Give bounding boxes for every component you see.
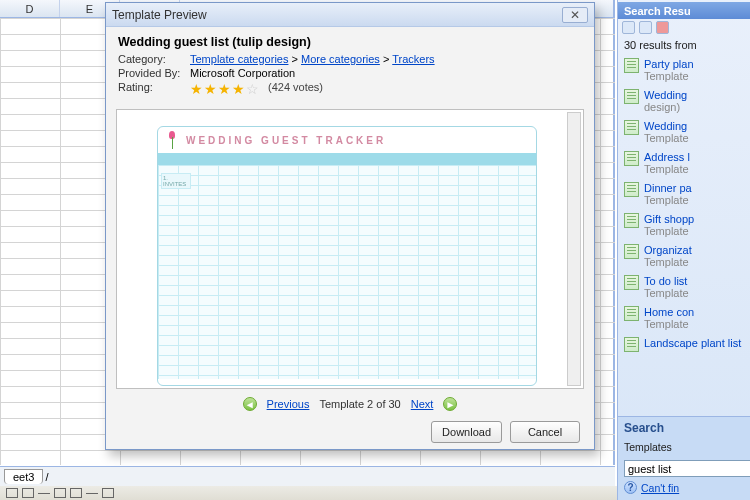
result-title: Address l bbox=[644, 151, 690, 163]
previous-link[interactable]: Previous bbox=[267, 398, 310, 410]
pane-toolbar bbox=[618, 19, 750, 35]
result-subtitle: Template bbox=[644, 318, 689, 330]
preview-grid bbox=[158, 165, 536, 379]
result-title: Gift shopp bbox=[644, 213, 694, 225]
preview-table-header bbox=[158, 153, 536, 165]
result-item[interactable]: Weddingdesign) bbox=[618, 86, 750, 117]
search-results-pane: Search Resu 30 results from Party planTe… bbox=[617, 0, 750, 500]
breadcrumb-link[interactable]: Template categories bbox=[190, 53, 288, 65]
tulip-icon bbox=[166, 131, 180, 149]
result-subtitle: Template bbox=[644, 163, 689, 175]
cancel-button[interactable]: Cancel bbox=[510, 421, 580, 443]
star-full-icon: ★ bbox=[232, 81, 246, 97]
search-section: Search Templates ? Can't fin bbox=[618, 416, 750, 500]
close-icon[interactable]: ✕ bbox=[562, 7, 588, 23]
template-doc-icon bbox=[624, 244, 639, 259]
cant-find-link[interactable]: Can't fin bbox=[641, 482, 679, 494]
line-icon[interactable] bbox=[86, 493, 98, 494]
template-doc-icon bbox=[624, 213, 639, 228]
template-doc-icon bbox=[624, 58, 639, 73]
search-input[interactable] bbox=[624, 460, 750, 477]
category-label: Category: bbox=[118, 53, 190, 65]
help-icon[interactable]: ? bbox=[624, 481, 637, 494]
result-title: Landscape plant list bbox=[644, 337, 741, 349]
breadcrumb: Template categories > More categories > … bbox=[190, 53, 435, 65]
provider-name: Microsoft Corporation bbox=[190, 67, 295, 79]
arrow-left-icon[interactable]: ◄ bbox=[243, 397, 257, 411]
result-item[interactable]: Party planTemplate bbox=[618, 55, 750, 86]
star-full-icon: ★ bbox=[190, 81, 204, 97]
result-item[interactable]: Home conTemplate bbox=[618, 303, 750, 334]
template-doc-icon bbox=[624, 275, 639, 290]
pane-back-icon[interactable] bbox=[622, 21, 635, 34]
dialog-title: Template Preview bbox=[112, 8, 562, 22]
result-title: Dinner pa bbox=[644, 182, 692, 194]
result-subtitle: Template bbox=[644, 256, 689, 268]
shape-icon[interactable] bbox=[102, 488, 114, 498]
template-doc-icon bbox=[624, 151, 639, 166]
template-doc-icon bbox=[624, 89, 639, 104]
line-icon[interactable] bbox=[38, 493, 50, 494]
shape-icon[interactable] bbox=[70, 488, 82, 498]
preview-title: WEDDING GUEST TRACKER bbox=[186, 135, 386, 146]
template-doc-icon bbox=[624, 337, 639, 352]
result-item[interactable]: OrganizatTemplate bbox=[618, 241, 750, 272]
result-subtitle: Template bbox=[644, 287, 689, 299]
result-title: Home con bbox=[644, 306, 694, 318]
result-item[interactable]: WeddingTemplate bbox=[618, 117, 750, 148]
results-count: 30 results from bbox=[618, 35, 750, 55]
next-link[interactable]: Next bbox=[411, 398, 434, 410]
download-button[interactable]: Download bbox=[431, 421, 502, 443]
sheet-tab-separator: / bbox=[45, 471, 48, 483]
star-full-icon: ★ bbox=[204, 81, 218, 97]
breadcrumb-link[interactable]: Trackers bbox=[392, 53, 434, 65]
sheet-tab[interactable]: eet3 bbox=[4, 469, 43, 484]
result-title: Wedding bbox=[644, 120, 687, 132]
shape-icon[interactable] bbox=[6, 488, 18, 498]
template-preview-dialog: Template Preview ✕ Wedding guest list (t… bbox=[105, 2, 595, 450]
result-item[interactable]: Gift shoppTemplate bbox=[618, 210, 750, 241]
result-subtitle: Template bbox=[644, 225, 689, 237]
templates-label: Templates bbox=[624, 438, 672, 456]
template-counter: Template 2 of 30 bbox=[319, 398, 400, 410]
star-full-icon: ★ bbox=[218, 81, 232, 97]
star-empty-icon: ☆ bbox=[246, 81, 260, 97]
result-title: Organizat bbox=[644, 244, 692, 256]
result-title: Party plan bbox=[644, 58, 694, 70]
preview-section-label: 1. INVITES bbox=[161, 173, 191, 189]
result-item[interactable]: Landscape plant list bbox=[618, 334, 750, 356]
template-metadata: Wedding guest list (tulip design) Catego… bbox=[106, 27, 594, 103]
result-title: Wedding bbox=[644, 89, 687, 101]
vote-count: (424 votes) bbox=[268, 81, 323, 97]
result-item[interactable]: To do listTemplate bbox=[618, 272, 750, 303]
arrow-right-icon[interactable]: ► bbox=[443, 397, 457, 411]
column-header[interactable]: D bbox=[0, 0, 60, 17]
results-list: Party planTemplateWeddingdesign)WeddingT… bbox=[618, 55, 750, 416]
sheet-tabs: eet3 / bbox=[0, 466, 615, 486]
breadcrumb-link[interactable]: More categories bbox=[301, 53, 380, 65]
result-subtitle: Template bbox=[644, 132, 689, 144]
result-item[interactable]: Dinner paTemplate bbox=[618, 179, 750, 210]
provided-by-label: Provided By: bbox=[118, 67, 190, 79]
template-name: Wedding guest list (tulip design) bbox=[118, 35, 582, 49]
template-nav: ◄ Previous Template 2 of 30 Next ► bbox=[106, 393, 594, 415]
preview-scrollbar[interactable] bbox=[567, 112, 581, 386]
template-doc-icon bbox=[624, 306, 639, 321]
dialog-buttons: Download Cancel bbox=[106, 415, 594, 449]
rating-stars: ★★★★☆ bbox=[190, 81, 260, 97]
pane-fwd-icon[interactable] bbox=[639, 21, 652, 34]
pane-home-icon[interactable] bbox=[656, 21, 669, 34]
search-heading: Search bbox=[624, 421, 744, 435]
template-thumbnail: WEDDING GUEST TRACKER 1. INVITES bbox=[157, 126, 537, 386]
rating-label: Rating: bbox=[118, 81, 190, 97]
shape-icon[interactable] bbox=[54, 488, 66, 498]
dialog-titlebar[interactable]: Template Preview ✕ bbox=[106, 3, 594, 27]
result-subtitle: Template bbox=[644, 70, 689, 82]
template-doc-icon bbox=[624, 120, 639, 135]
result-subtitle: design) bbox=[644, 101, 680, 113]
result-title: To do list bbox=[644, 275, 687, 287]
template-doc-icon bbox=[624, 182, 639, 197]
result-subtitle: Template bbox=[644, 194, 689, 206]
shape-icon[interactable] bbox=[22, 488, 34, 498]
result-item[interactable]: Address lTemplate bbox=[618, 148, 750, 179]
